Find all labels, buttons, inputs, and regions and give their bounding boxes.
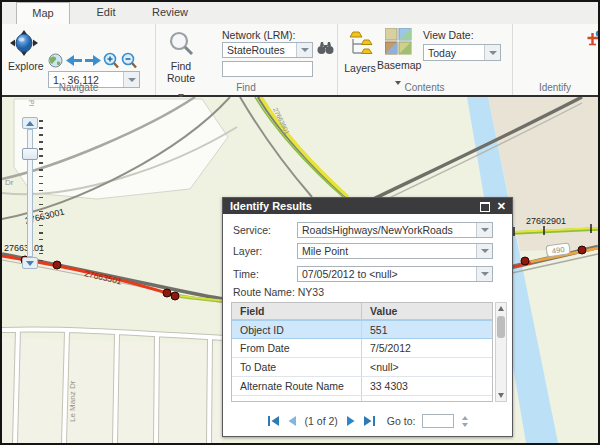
route-label: 27662901 bbox=[526, 216, 566, 226]
ribbon: Explore 1 bbox=[2, 24, 598, 97]
goto-label: Go to: bbox=[387, 415, 416, 427]
goto-page-input[interactable] bbox=[422, 414, 454, 428]
explore-button[interactable]: Explore bbox=[8, 30, 40, 72]
service-value: RoadsHighways/NewYorkRoads bbox=[302, 223, 476, 237]
scrollbar-down-icon[interactable] bbox=[496, 390, 506, 401]
zoom-in-icon[interactable] bbox=[103, 52, 119, 69]
view-date-combo[interactable]: Today bbox=[423, 44, 501, 61]
slider-zoom-out-button[interactable] bbox=[22, 257, 38, 269]
goto-spinner[interactable] bbox=[462, 416, 468, 427]
chevron-down-icon[interactable] bbox=[484, 45, 500, 60]
cell-value: 33 4303 bbox=[362, 377, 492, 395]
dialog-title-bar[interactable]: Identify Results ✕ bbox=[223, 198, 512, 214]
table-row[interactable]: Object ID 551 bbox=[232, 320, 492, 339]
identify-route-location-icon[interactable]: i bbox=[586, 30, 600, 47]
pagination-bar: (1 of 2) Go to: bbox=[223, 409, 512, 433]
tab-review[interactable]: Review bbox=[140, 2, 200, 23]
cell-field: To Date bbox=[232, 358, 362, 376]
first-page-icon[interactable] bbox=[267, 415, 280, 427]
contents-group-label: Contents bbox=[337, 82, 512, 93]
city-block bbox=[2, 338, 222, 443]
street-label: Le Manz Dr bbox=[68, 380, 77, 422]
last-page-icon[interactable] bbox=[363, 415, 376, 427]
basemap-icon bbox=[385, 28, 412, 55]
service-label: Service: bbox=[233, 224, 271, 236]
layers-label: Layers bbox=[343, 62, 377, 74]
cell-value: 7/5/2012 bbox=[362, 339, 492, 357]
identify-results-dialog: Identify Results ✕ Service: RoadsHighway… bbox=[222, 197, 513, 437]
chevron-up-icon bbox=[26, 121, 34, 126]
group-identify: i Identify i Identify bbox=[512, 24, 598, 95]
map-canvas[interactable]: 490 27663001 27663101 27663501 27662901 … bbox=[2, 97, 598, 443]
slider-zoom-in-button[interactable] bbox=[22, 117, 38, 129]
find-group-label: Find bbox=[155, 82, 337, 93]
maximize-icon[interactable] bbox=[480, 202, 490, 212]
table-scrollbar[interactable] bbox=[495, 302, 507, 402]
tab-edit[interactable]: Edit bbox=[80, 2, 132, 23]
dialog-title: Identify Results bbox=[230, 200, 312, 212]
cell-value: <null> bbox=[362, 358, 492, 376]
slider-tick-marks bbox=[39, 120, 43, 266]
network-lrm-combo[interactable]: StateRoutes bbox=[222, 42, 313, 58]
navigate-group-label: Navigate bbox=[2, 82, 155, 93]
view-date-label: View Date: bbox=[423, 29, 474, 41]
group-contents: Layers Basemap View Date: Today bbox=[337, 24, 513, 95]
column-header-value[interactable]: Value bbox=[362, 303, 492, 319]
time-combo[interactable]: 07/05/2012 to <null> bbox=[297, 266, 493, 282]
globe-icon[interactable] bbox=[48, 53, 63, 68]
column-header-field[interactable]: Field bbox=[232, 303, 362, 319]
map-zoom-slider[interactable] bbox=[22, 117, 38, 269]
layers-button[interactable]: Layers bbox=[343, 30, 377, 74]
table-row[interactable]: To Date <null> bbox=[232, 358, 492, 377]
back-arrow-icon[interactable] bbox=[66, 54, 82, 67]
table-row[interactable]: Alternate Route Name 33 4303 bbox=[232, 377, 492, 396]
scrollbar-up-icon[interactable] bbox=[496, 303, 506, 314]
time-value: 07/05/2012 to <null> bbox=[302, 267, 476, 281]
find-route-label-line1: Find bbox=[159, 60, 203, 72]
zoom-out-icon[interactable] bbox=[121, 52, 137, 69]
time-label: Time: bbox=[233, 268, 259, 280]
table-row[interactable]: From Date 7/5/2012 bbox=[232, 339, 492, 358]
explore-compass-icon bbox=[9, 30, 39, 56]
scrollbar-thumb[interactable] bbox=[497, 316, 505, 338]
cell-field: From Date bbox=[232, 339, 362, 357]
spinner-down-icon[interactable] bbox=[462, 423, 468, 427]
application-window: Map Edit Review Explore bbox=[0, 0, 600, 445]
ribbon-tab-bar: Map Edit Review bbox=[2, 2, 598, 24]
basemap-label: Basemap bbox=[377, 59, 419, 71]
chevron-down-icon bbox=[26, 261, 34, 266]
layer-combo[interactable]: Mile Point bbox=[297, 243, 493, 259]
spinner-up-icon[interactable] bbox=[462, 416, 468, 420]
chevron-down-icon[interactable] bbox=[476, 244, 492, 258]
layer-label: Layer: bbox=[233, 245, 262, 257]
prev-page-icon[interactable] bbox=[287, 415, 298, 427]
route-search-input[interactable] bbox=[222, 61, 313, 77]
table-row bbox=[232, 396, 492, 402]
find-route-magnifier-icon bbox=[168, 30, 194, 56]
chevron-down-icon[interactable] bbox=[476, 223, 492, 237]
view-date-value: Today bbox=[428, 45, 484, 60]
route-label: 27663501 bbox=[84, 268, 123, 286]
cell-field: Alternate Route Name bbox=[232, 377, 362, 395]
attribute-table: Field Value Object ID 551 From Date 7/5/… bbox=[231, 302, 493, 402]
chevron-down-icon[interactable] bbox=[296, 43, 312, 57]
cell-field: Object ID bbox=[232, 321, 362, 338]
forward-arrow-icon[interactable] bbox=[85, 54, 101, 67]
layers-icon bbox=[346, 30, 374, 58]
basemap-button[interactable]: Basemap bbox=[377, 28, 419, 89]
close-icon[interactable]: ✕ bbox=[497, 198, 506, 214]
explore-label: Explore bbox=[8, 60, 40, 72]
service-combo[interactable]: RoadsHighways/NewYorkRoads bbox=[297, 222, 493, 238]
tab-map[interactable]: Map bbox=[16, 2, 70, 24]
table-header-row: Field Value bbox=[232, 303, 492, 320]
next-page-icon[interactable] bbox=[345, 415, 356, 427]
group-find: Find Route Network (LRM): StateRoutes Fi… bbox=[155, 24, 338, 95]
identify-group-label: Identify bbox=[512, 82, 598, 93]
chevron-down-icon[interactable] bbox=[476, 267, 492, 281]
svg-text:490: 490 bbox=[551, 245, 565, 256]
binoculars-icon[interactable] bbox=[317, 40, 334, 55]
street-label: Dr bbox=[5, 178, 14, 187]
network-lrm-value: StateRoutes bbox=[227, 43, 296, 57]
slider-thumb[interactable] bbox=[22, 148, 38, 160]
cell-value: 551 bbox=[362, 321, 492, 338]
